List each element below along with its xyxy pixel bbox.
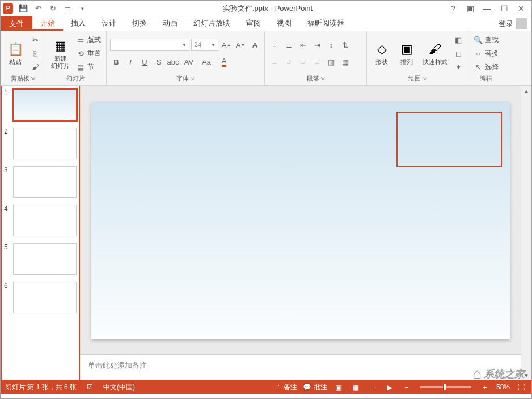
notes-button-label: 备注 [284,383,297,392]
signin-button[interactable]: 登录 [494,16,531,31]
paste-button[interactable]: 📋 粘贴 [4,33,27,73]
scroll-up-icon[interactable]: ▲ [521,86,531,96]
slide-thumb-4[interactable] [13,205,77,236]
shape-outline-button[interactable]: ◻ [452,47,465,60]
slide-canvas[interactable] [91,103,510,339]
font-launcher-icon[interactable]: ⇲ [190,76,195,82]
help-icon[interactable]: ? [447,3,459,14]
redo-icon[interactable]: ↻ [47,3,58,14]
tab-review[interactable]: 审阅 [238,16,269,31]
new-slide-button[interactable]: ▦ 新建 幻灯片 [49,33,72,73]
start-slideshow-icon[interactable]: ▭ [62,3,73,14]
save-icon[interactable]: 💾 [18,3,29,14]
grow-font-button[interactable]: A▲ [220,39,233,51]
zoom-slider-thumb[interactable] [443,384,446,390]
replace-button[interactable]: ↔替换 [472,47,500,60]
slide-thumb-6[interactable] [13,282,77,313]
clear-format-button[interactable]: A̶ [248,39,261,51]
text-direction-button[interactable]: ⇅ [339,39,352,51]
vertical-scrollbar[interactable]: ▲ ▼ [521,86,531,380]
reset-button[interactable]: ⟲重置 [74,47,103,60]
clipboard-launcher-icon[interactable]: ⇲ [31,76,35,82]
tab-animations[interactable]: 动画 [155,16,185,31]
qat-dropdown-icon[interactable]: ▾ [77,3,88,14]
font-name-combo[interactable]: ▼ [110,39,189,51]
comments-button[interactable]: 💬 批注 [303,383,327,392]
minimize-icon[interactable]: — [482,3,493,14]
quick-styles-button[interactable]: 🖌快速样式 [420,33,450,73]
tab-view[interactable]: 视图 [269,16,299,31]
zoom-level-label[interactable]: 58% [496,383,510,391]
app-icon: P [3,3,13,14]
zoom-out-button[interactable]: − [401,382,412,392]
slide-thumb-1[interactable] [13,89,77,121]
format-painter-button[interactable]: 🖌 [29,61,41,73]
zoom-slider[interactable] [420,386,471,388]
arrange-button[interactable]: ▣排列 [395,33,418,73]
shrink-font-button[interactable]: A▼ [234,39,247,51]
shapes-button[interactable]: ◇形状 [370,33,393,73]
group-slides: ▦ 新建 幻灯片 ▭版式 ⟲重置 ▤节 幻灯片 [45,31,107,85]
copy-button[interactable]: ⎘ [29,47,41,60]
char-spacing-button[interactable]: AV [181,56,197,68]
justify-button[interactable]: ≡ [311,56,323,68]
normal-view-button[interactable]: ▣ [333,382,344,392]
slideshow-view-button[interactable]: ▶ [384,382,395,392]
maximize-icon[interactable]: ☐ [499,3,510,14]
language-label[interactable]: 中文(中国) [103,383,135,392]
tab-foxit[interactable]: 福昕阅读器 [299,16,352,31]
bullets-button[interactable]: ≡ [268,39,281,51]
close-icon[interactable]: ✕ [516,3,527,14]
scroll-track[interactable] [521,96,531,370]
section-button[interactable]: ▤节 [74,61,103,73]
italic-button[interactable]: I [124,56,137,68]
slide-thumb-2[interactable] [13,128,77,159]
cut-button[interactable]: ✂ [29,33,41,46]
underline-button[interactable]: U [138,56,151,68]
tab-transitions[interactable]: 切换 [124,16,155,31]
layout-button[interactable]: ▭版式 [74,33,103,46]
numbering-button[interactable]: ≣ [282,39,295,51]
align-left-button[interactable]: ≡ [268,56,281,68]
shape-effects-button[interactable]: ✦ [452,61,465,73]
line-spacing-button[interactable]: ↕ [325,39,337,51]
shape-fill-button[interactable]: ◧ [452,33,465,46]
find-icon: 🔍 [474,36,483,44]
sorter-view-button[interactable]: ▦ [350,382,361,392]
font-color-button[interactable]: A [216,56,232,68]
shadow-button[interactable]: abc [167,56,179,68]
tab-slideshow[interactable]: 幻灯片放映 [185,16,238,31]
paragraph-launcher-icon[interactable]: ⇲ [320,76,325,82]
tab-design[interactable]: 设计 [94,16,124,31]
align-center-button[interactable]: ≡ [282,56,295,68]
scroll-down-icon[interactable]: ▼ [521,370,531,380]
smartart-button[interactable]: ▦ [339,56,352,68]
strikethrough-button[interactable]: S [153,56,165,68]
slide-thumb-5[interactable] [13,243,77,275]
increase-indent-button[interactable]: ⇥ [311,39,323,51]
notes-button[interactable]: ≐ 备注 [276,383,297,392]
tab-insert[interactable]: 插入 [63,16,94,31]
slide-canvas-viewport[interactable] [80,86,521,354]
find-button[interactable]: 🔍查找 [472,33,500,46]
bold-button[interactable]: B [110,56,123,68]
decrease-indent-button[interactable]: ⇤ [297,39,309,51]
slide-thumb-3[interactable] [13,166,77,198]
notes-pane[interactable]: 单击此处添加备注 [80,354,521,380]
font-size-combo[interactable]: 24▼ [191,39,218,51]
align-right-button[interactable]: ≡ [297,56,309,68]
tab-home[interactable]: 开始 [32,16,63,31]
spellcheck-button[interactable]: ☑ [87,383,93,391]
select-button[interactable]: ↖选择 [472,61,500,73]
reading-view-button[interactable]: ▭ [367,382,378,392]
slide-thumbnail-panel[interactable]: 1 2 3 4 5 6 [1,86,80,380]
fit-window-button[interactable]: ⛶ [516,382,527,392]
zoom-in-button[interactable]: + [479,382,491,392]
change-case-button[interactable]: Aa [199,56,214,68]
group-font-label: 字体 [176,74,189,83]
undo-icon[interactable]: ↶ [32,3,44,14]
ribbon-options-icon[interactable]: ▣ [465,3,476,14]
drawing-launcher-icon[interactable]: ⇲ [422,76,427,82]
columns-button[interactable]: ▥ [325,56,337,68]
tab-file[interactable]: 文件 [1,16,32,31]
